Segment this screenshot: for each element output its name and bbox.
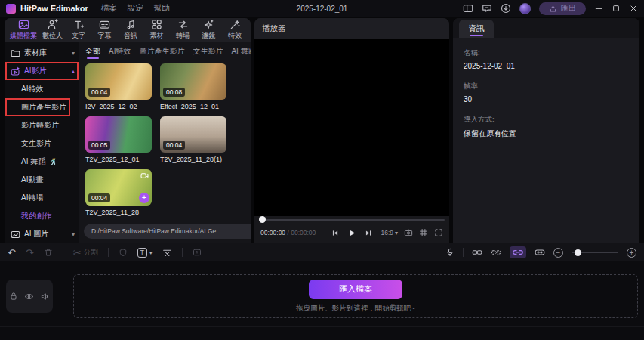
magnetic-snap-button[interactable]	[491, 248, 501, 257]
info-field-import-method: 導入方式: 保留在原有位置	[464, 115, 629, 139]
import-files-button[interactable]: 匯入檔案	[309, 280, 402, 299]
minimize-button[interactable]	[594, 4, 603, 13]
media-item[interactable]: 00:08 Effect_2025_12_01	[160, 63, 226, 110]
upload-icon	[549, 5, 557, 13]
fullscreen-icon[interactable]	[434, 228, 443, 237]
sidebar-item-label: 圖片產生影片	[21, 102, 66, 113]
media-item[interactable]: 00:04 T2V_2025_11_28(1)	[160, 116, 226, 163]
play-button[interactable]	[347, 228, 357, 238]
sidebar-item-ai-video[interactable]: AI影片 ▴	[5, 62, 79, 80]
tab-filters[interactable]: 濾鏡	[199, 19, 220, 41]
link-clips-button[interactable]	[472, 248, 482, 257]
snapshot-icon[interactable]	[404, 228, 413, 237]
add-to-timeline-button[interactable]: +	[139, 193, 149, 203]
menu-help[interactable]: 幫助	[154, 3, 170, 14]
filter-tab-all[interactable]: 全部	[85, 42, 100, 60]
sidebar-item-image-to-video[interactable]: 圖片產生影片	[5, 98, 79, 116]
trim-button[interactable]	[162, 248, 172, 258]
track-mute-icon[interactable]	[40, 292, 50, 301]
auto-ripple-button[interactable]	[510, 246, 526, 258]
filter-tab-ai-dance[interactable]: AI 舞蹈	[231, 42, 251, 60]
split-button[interactable]: ✂ 分割	[73, 248, 98, 258]
media-item[interactable]: 00:05 T2V_2025_12_01	[85, 116, 152, 163]
tab-info[interactable]: 資訊	[459, 20, 494, 38]
save-path-value[interactable]: D:/HitPaw Software/HitPaw Edimakor/AI Ge…	[84, 224, 251, 239]
tab-transitions[interactable]: 轉場	[172, 19, 193, 41]
app-window: HitPaw Edimakor 檔案 設定 幫助 2025-12-02_01 匯…	[0, 0, 644, 340]
zoom-slider-knob[interactable]	[575, 249, 581, 256]
text-tool-button[interactable]: T ▾	[137, 248, 153, 258]
duration-badge: 00:04	[163, 141, 185, 150]
download-icon[interactable]	[501, 3, 511, 14]
media-thumbnail[interactable]: 00:04	[160, 116, 226, 153]
fit-timeline-button[interactable]	[535, 248, 545, 257]
tab-digital-human[interactable]: 數位人	[42, 19, 63, 41]
import-dropzone[interactable]: 匯入檔案 拖曳圖片、影片到這裡，開始剪輯吧~	[73, 274, 638, 318]
safe-margins-icon[interactable]	[419, 228, 428, 237]
tab-elements[interactable]: 素材	[146, 19, 168, 41]
seek-knob[interactable]	[259, 216, 266, 223]
player-viewport[interactable]	[254, 39, 449, 216]
effects-icon	[230, 19, 241, 30]
track-lock-icon[interactable]	[9, 292, 18, 301]
media-thumbnail[interactable]: 00:05	[85, 116, 152, 153]
folder-icon	[11, 48, 20, 58]
sidebar-item-ai-transition[interactable]: AI轉場	[5, 189, 79, 207]
seek-track[interactable]	[259, 219, 445, 221]
filters-icon	[203, 19, 214, 30]
field-value: 保留在原有位置	[464, 128, 629, 139]
menu-settings[interactable]: 設定	[128, 3, 143, 14]
sidebar-item-ai-animation[interactable]: AI動畫	[5, 171, 79, 189]
media-item-name: T2V_2025_11_28(1)	[160, 156, 226, 163]
timeline-zoom-slider[interactable]	[572, 252, 618, 253]
toolbar-divider	[182, 248, 183, 257]
sidebar-item-ai-dance[interactable]: AI 舞蹈 🕺	[5, 153, 79, 171]
sidebar-item-video-to-video[interactable]: 影片轉影片	[5, 116, 79, 134]
scissors-icon: ✂	[73, 248, 82, 258]
media-content: 全部 AI特效 圖片產生影片 文生影片 AI 舞蹈 AI ❯ 00:04 I2V…	[79, 42, 251, 243]
layout-icon[interactable]	[463, 3, 473, 14]
dancer-emoji-icon: 🕺	[49, 158, 57, 165]
media-item[interactable]: 00:04 + T2V_2025_11_28	[85, 169, 152, 216]
filter-tab-image-to-video[interactable]: 圖片產生影片	[139, 42, 184, 60]
zoom-in-button[interactable]: +	[627, 248, 636, 258]
tab-media-files[interactable]: 媒體檔案	[10, 19, 37, 41]
export-button[interactable]: 匯出	[539, 2, 586, 15]
menu-file[interactable]: 檔案	[101, 3, 117, 14]
tab-label: 字幕	[98, 31, 112, 41]
tab-audio[interactable]: 音訊	[120, 19, 141, 41]
sidebar-item-my-creations[interactable]: 我的創作	[5, 207, 79, 225]
timeline-toolbar: ↶ ↷ ✂ 分割 T ▾	[0, 243, 644, 261]
sidebar-item-text-to-video[interactable]: 文生影片	[5, 134, 79, 153]
close-button[interactable]	[629, 4, 638, 13]
media-thumbnail[interactable]: 00:08	[160, 63, 226, 100]
filter-tab-text-to-video[interactable]: 文生影片	[193, 42, 223, 60]
seek-bar[interactable]	[254, 216, 449, 223]
voiceover-mic-button[interactable]	[445, 248, 454, 257]
media-files-icon	[18, 19, 29, 30]
redo-button[interactable]: ↷	[26, 248, 34, 258]
media-item[interactable]: 00:04 I2V_2025_12_02	[85, 63, 152, 110]
previous-frame-button[interactable]	[331, 229, 340, 237]
filter-tab-ai-effects[interactable]: AI特效	[109, 42, 131, 60]
tab-subtitles[interactable]: 字幕	[94, 19, 116, 41]
media-thumbnail[interactable]: 00:04	[85, 63, 152, 100]
delete-button[interactable]	[44, 248, 53, 257]
next-frame-button[interactable]	[365, 229, 373, 237]
tab-effects[interactable]: 特效	[224, 19, 245, 41]
sidebar-item-library[interactable]: 素材庫 ▾	[5, 44, 79, 62]
keyframe-button[interactable]	[119, 248, 128, 257]
media-item-name: T2V_2025_12_01	[85, 156, 152, 163]
track-visibility-icon[interactable]	[24, 292, 34, 301]
sidebar-item-ai-image[interactable]: AI 圖片 ▾	[5, 225, 79, 243]
media-thumbnail[interactable]: 00:04 +	[85, 169, 152, 206]
freeze-frame-button[interactable]	[193, 248, 202, 257]
sidebar-item-ai-effects[interactable]: AI特效	[5, 80, 79, 98]
tab-text[interactable]: 文字	[68, 19, 89, 41]
zoom-out-button[interactable]: −	[553, 248, 563, 258]
maximize-button[interactable]	[612, 4, 621, 13]
user-avatar[interactable]	[519, 3, 531, 14]
feedback-icon[interactable]	[482, 3, 492, 14]
aspect-ratio-select[interactable]: 16:9 ▾	[381, 229, 398, 236]
undo-button[interactable]: ↶	[8, 248, 16, 258]
